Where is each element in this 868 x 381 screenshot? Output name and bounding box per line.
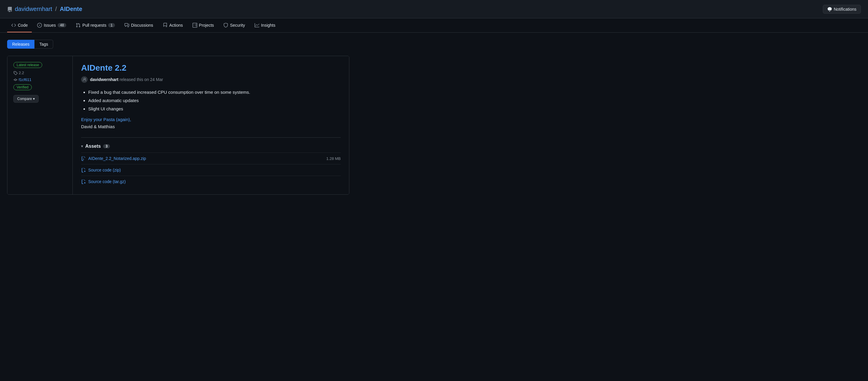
asset-link-source-zip[interactable]: Source code (zip): [88, 168, 121, 172]
signature: David & Matthias: [81, 123, 341, 130]
assets-count: 3: [103, 144, 110, 148]
nav-tabs: Code Issues 48 Pull requests 1 Discussio…: [0, 19, 868, 33]
release-released-text: released this on 24 Mar: [120, 77, 163, 82]
latest-release-badge: Latest release: [13, 62, 42, 68]
avatar: [81, 76, 88, 83]
enjoy-line: Enjoy your Pasta (again),: [81, 116, 341, 123]
tab-code-label: Code: [18, 23, 28, 28]
issues-badge: 48: [58, 23, 66, 27]
source-targz-icon: [81, 179, 86, 184]
asset-left-source-zip: Source code (zip): [81, 167, 121, 173]
zip-icon: [81, 156, 86, 161]
asset-size-zip: 1.28 MB: [327, 157, 341, 161]
asset-link-zip[interactable]: AIDente_2.2_Notarized.app.zip: [88, 156, 146, 161]
actions-icon: [163, 23, 167, 28]
tab-discussions-label: Discussions: [131, 23, 153, 28]
tab-security-label: Security: [230, 23, 245, 28]
tag-ref: 2.2: [13, 70, 66, 75]
tab-projects-label: Projects: [199, 23, 214, 28]
release-note-2: Added automatic updates: [88, 97, 341, 104]
asset-left-zip: AIDente_2.2_Notarized.app.zip: [81, 156, 146, 161]
releases-toggle-button[interactable]: Releases: [7, 40, 34, 49]
repo-owner[interactable]: davidwernhart: [15, 6, 52, 12]
pr-badge: 1: [108, 23, 115, 27]
release-username[interactable]: davidwernhart: [90, 77, 119, 82]
source-zip-icon: [81, 167, 86, 173]
compare-label: Compare: [17, 97, 32, 101]
release-note-3: Slight UI changes: [88, 105, 341, 112]
repo-slash: /: [55, 6, 57, 12]
asset-row-source-zip: Source code (zip): [81, 164, 341, 176]
assets-chevron-icon: ▾: [81, 144, 83, 148]
assets-label: Assets: [85, 144, 101, 149]
tab-issues[interactable]: Issues 48: [33, 19, 70, 32]
repo-title: davidwernhart / AIDente: [7, 6, 82, 12]
tab-code[interactable]: Code: [7, 19, 32, 32]
tab-pr-label: Pull requests: [82, 23, 106, 28]
tab-insights-label: Insights: [261, 23, 275, 28]
insights-icon: [255, 23, 259, 28]
discussions-icon: [124, 23, 129, 28]
release-notes-list: Fixed a bug that caused increased CPU co…: [81, 89, 341, 112]
tab-pull-requests[interactable]: Pull requests 1: [71, 19, 119, 32]
asset-link-source-targz[interactable]: Source code (tar.gz): [88, 179, 126, 184]
asset-row-zip: AIDente_2.2_Notarized.app.zip 1.28 MB: [81, 152, 341, 164]
tag-version: 2.2: [19, 71, 24, 75]
security-icon: [223, 23, 228, 28]
assets-header[interactable]: ▾ Assets 3: [81, 144, 341, 149]
tab-security[interactable]: Security: [219, 19, 249, 32]
release-meta: davidwernhart released this on 24 Mar: [81, 76, 341, 83]
release-title: AIDente 2.2: [81, 63, 341, 73]
chevron-down-icon: ▾: [33, 97, 35, 101]
repo-icon: [7, 6, 12, 12]
release-note-1: Fixed a bug that caused increased CPU co…: [88, 89, 341, 96]
notifications-label: Notifications: [834, 7, 857, 11]
release-meta-text: davidwernhart released this on 24 Mar: [90, 77, 163, 82]
tag-icon: [13, 70, 18, 75]
release-main: AIDente 2.2 davidwernhart released this …: [73, 56, 349, 194]
release-body: Fixed a bug that caused increased CPU co…: [81, 89, 341, 130]
tab-discussions[interactable]: Discussions: [120, 19, 157, 32]
code-icon: [11, 23, 16, 28]
pr-icon: [76, 23, 81, 28]
issue-icon: [37, 23, 42, 28]
tab-actions-label: Actions: [169, 23, 183, 28]
tab-actions[interactable]: Actions: [159, 19, 187, 32]
tab-insights[interactable]: Insights: [250, 19, 280, 32]
commit-icon: [13, 77, 18, 82]
releases-container: Latest release 2.2 f1cf611 Verified: [7, 56, 349, 195]
release-sidebar: Latest release 2.2 f1cf611 Verified: [7, 56, 73, 194]
compare-button[interactable]: Compare ▾: [13, 95, 39, 103]
asset-left-source-targz: Source code (tar.gz): [81, 179, 126, 184]
tab-issues-label: Issues: [44, 23, 56, 28]
verified-badge: Verified: [13, 84, 32, 90]
top-header: davidwernhart / AIDente Notifications: [0, 0, 868, 19]
commit-ref: f1cf611: [13, 77, 66, 82]
projects-icon: [192, 23, 197, 28]
sign-off: Enjoy your Pasta (again), David & Matthi…: [81, 116, 341, 130]
notifications-button[interactable]: Notifications: [823, 5, 861, 14]
releases-tags-toggle: Releases Tags: [7, 40, 349, 49]
commit-hash[interactable]: f1cf611: [19, 77, 31, 82]
page-content: Releases Tags Latest release 2.2: [0, 33, 356, 202]
asset-row-source-targz: Source code (tar.gz): [81, 176, 341, 187]
tags-toggle-button[interactable]: Tags: [34, 40, 53, 49]
assets-section: ▾ Assets 3 AIDente_2.2_Notarized.app.zip: [81, 137, 341, 187]
repo-name[interactable]: AIDente: [60, 6, 82, 12]
tab-projects[interactable]: Projects: [188, 19, 218, 32]
